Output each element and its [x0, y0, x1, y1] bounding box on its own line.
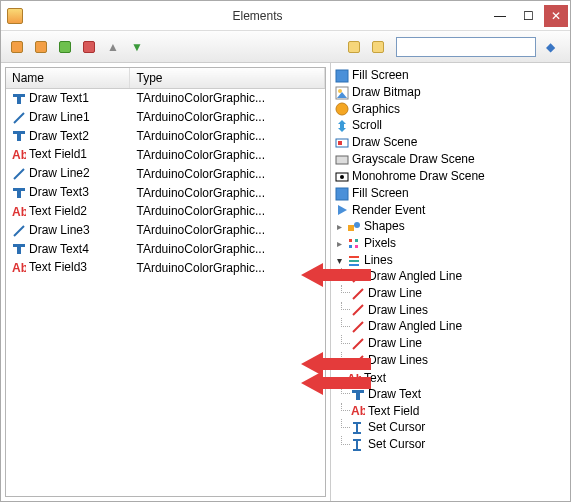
column-type[interactable]: Type	[130, 68, 325, 89]
paste2-icon[interactable]	[368, 37, 388, 57]
tree-item[interactable]: Set Cursor	[351, 436, 566, 453]
add-box-green-icon[interactable]	[31, 37, 51, 57]
row-name: Text Field3	[29, 260, 87, 274]
table-row[interactable]: AbcText Field2TArduinoColorGraphic...	[6, 202, 325, 221]
box-red-icon[interactable]	[79, 37, 99, 57]
angled-line-icon	[351, 337, 365, 351]
tree-item[interactable]: AbcText Field	[351, 403, 566, 420]
tree-item[interactable]: Draw Angled Line	[351, 318, 566, 335]
expand-icon[interactable]: ▸	[335, 223, 344, 232]
fill-icon	[335, 69, 349, 83]
tree-branch[interactable]: ▸Pixels	[335, 235, 566, 252]
table-row[interactable]: Draw Text3TArduinoColorGraphic...	[6, 183, 325, 202]
field-icon: Abc	[12, 205, 26, 219]
tree-item-label: Draw Line	[368, 336, 422, 350]
field-icon: Abc	[347, 372, 361, 386]
tree-item-label: Draw Lines	[368, 303, 428, 317]
row-name: Draw Line1	[29, 110, 90, 124]
svg-rect-47	[353, 422, 361, 424]
tree-item[interactable]: Draw Scene	[335, 134, 566, 151]
tree-item[interactable]: Monohrome Draw Scene	[335, 168, 566, 185]
angled-line-icon	[351, 287, 365, 301]
svg-line-37	[353, 289, 363, 299]
tree-item-label: Draw Lines	[368, 353, 428, 367]
text-icon	[12, 129, 26, 143]
fill-icon	[335, 187, 349, 201]
tree-branch-label: Pixels	[364, 236, 396, 250]
tree-branch[interactable]: ▾AbcTextDraw TextAbcText FieldSet Cursor…	[335, 370, 566, 454]
tree-item[interactable]: Draw Lines	[351, 352, 566, 369]
tree-item[interactable]: Draw Text	[351, 386, 566, 403]
text-icon	[12, 186, 26, 200]
tree-item[interactable]: Set Cursor	[351, 419, 566, 436]
tree-branch[interactable]: ▸Shapes	[335, 218, 566, 235]
svg-point-28	[354, 222, 360, 228]
search-input[interactable]	[396, 37, 536, 57]
svg-point-16	[338, 89, 342, 93]
tree-item-label: Draw Angled Line	[368, 269, 462, 283]
tree-item-label: Scroll	[352, 118, 382, 132]
box-green-icon[interactable]	[55, 37, 75, 57]
svg-rect-27	[348, 225, 354, 231]
row-name: Draw Line3	[29, 223, 90, 237]
tree-branch[interactable]: ▾LinesDraw Angled LineDraw LineDraw Line…	[335, 252, 566, 370]
tree-item-label: Draw Text	[368, 387, 421, 401]
tree-item[interactable]: Fill Screen	[335, 185, 566, 202]
row-name: Draw Text4	[29, 242, 89, 256]
cursor-icon	[351, 438, 365, 452]
table-row[interactable]: Draw Line2TArduinoColorGraphic...	[6, 164, 325, 183]
table-row[interactable]: Draw Text1TArduinoColorGraphic...	[6, 89, 325, 108]
table-row[interactable]: Draw Line3TArduinoColorGraphic...	[6, 221, 325, 240]
table-row[interactable]: Draw Text4TArduinoColorGraphic...	[6, 240, 325, 259]
arrow-up-icon[interactable]: ▲	[103, 37, 123, 57]
svg-rect-31	[349, 245, 352, 248]
tree-item[interactable]: Grayscale Draw Scene	[335, 151, 566, 168]
tree-item[interactable]: Graphics	[335, 101, 566, 118]
clear-search-icon[interactable]: ◆	[540, 37, 560, 57]
maximize-button[interactable]: ☐	[514, 5, 542, 27]
row-name: Text Field1	[29, 147, 87, 161]
field-icon: Abc	[351, 404, 365, 418]
tree-item-label: Draw Bitmap	[352, 85, 421, 99]
svg-text:Abc: Abc	[12, 205, 26, 219]
tree-item[interactable]: Draw Angled Line	[351, 268, 566, 285]
tree-item-label: Draw Scene	[352, 135, 417, 149]
tree-item[interactable]: Draw Bitmap	[335, 84, 566, 101]
row-type: TArduinoColorGraphic...	[130, 164, 325, 183]
tree-item[interactable]: Draw Lines	[351, 302, 566, 319]
arrow-down-icon[interactable]: ▼	[127, 37, 147, 57]
tree-item-label: Set Cursor	[368, 437, 425, 451]
angled-line-icon	[351, 303, 365, 317]
gray-scene-icon	[335, 153, 349, 167]
row-type: TArduinoColorGraphic...	[130, 221, 325, 240]
tree-item-label: Draw Angled Line	[368, 319, 462, 333]
row-name: Draw Text3	[29, 185, 89, 199]
tree-branch-label: Lines	[364, 253, 393, 267]
line-icon	[12, 111, 26, 125]
svg-point-24	[340, 175, 344, 179]
table-row[interactable]: AbcText Field1TArduinoColorGraphic...	[6, 145, 325, 164]
tree-item[interactable]: Scroll	[335, 117, 566, 134]
table-row[interactable]: Draw Text2TArduinoColorGraphic...	[6, 127, 325, 146]
close-button[interactable]: ✕	[544, 5, 568, 27]
tree-item[interactable]: Fill Screen	[335, 67, 566, 84]
paste1-icon[interactable]	[344, 37, 364, 57]
collapse-icon[interactable]: ▾	[335, 257, 344, 266]
tree-item[interactable]: Render Event	[335, 202, 566, 219]
field-icon: Abc	[12, 148, 26, 162]
minimize-button[interactable]: —	[486, 5, 514, 27]
tree-item-label: Render Event	[352, 203, 425, 217]
table-row[interactable]: Draw Line1TArduinoColorGraphic...	[6, 108, 325, 127]
svg-line-40	[353, 339, 363, 349]
collapse-icon[interactable]: ▾	[335, 375, 344, 384]
tree-item[interactable]: Draw Line	[351, 335, 566, 352]
text-icon	[12, 92, 26, 106]
svg-rect-21	[338, 141, 342, 145]
column-name[interactable]: Name	[6, 68, 130, 89]
tree-item[interactable]: Draw Line	[351, 285, 566, 302]
table-row[interactable]: AbcText Field3TArduinoColorGraphic...	[6, 258, 325, 277]
expand-icon[interactable]: ▸	[335, 240, 344, 249]
add-box-icon[interactable]	[7, 37, 27, 57]
row-type: TArduinoColorGraphic...	[130, 240, 325, 259]
field-icon: Abc	[12, 261, 26, 275]
